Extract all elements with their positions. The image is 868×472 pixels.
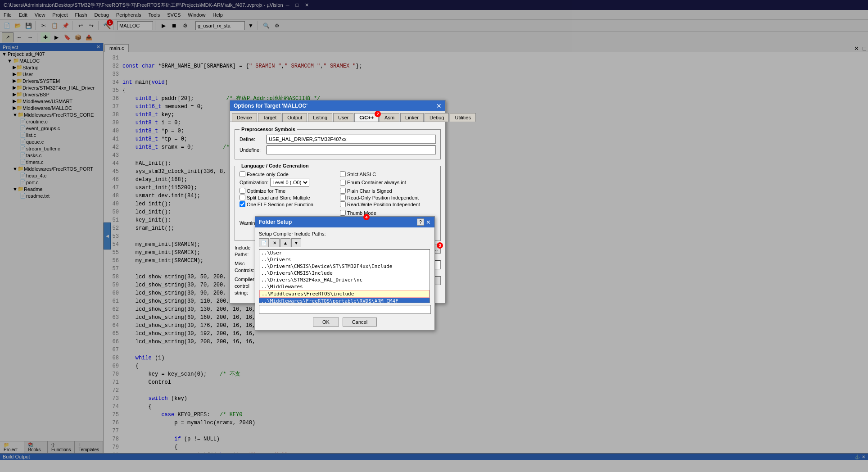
optimization-row: Optimization: Level 0 (-O0)	[240, 178, 335, 187]
folder-up-btn[interactable]: ▲	[280, 238, 290, 247]
undefine-row: Undefine:	[240, 145, 436, 154]
folder-toolbar: 📄 ✕ ▲ ▼	[259, 238, 431, 247]
cb-execute-only-input[interactable]	[240, 171, 245, 177]
folder-new-btn[interactable]: 📄	[259, 238, 269, 247]
tab-user[interactable]: User	[333, 113, 353, 122]
folder-item-cmsis-device[interactable]: ..\Drivers\CMSIS\Device\ST\STM32F4xx\Inc…	[259, 263, 429, 270]
cb-enum-container[interactable]: Enum Container always int	[340, 178, 436, 187]
opt-label: Optimization:	[240, 180, 268, 185]
folder-setup-label: Setup Compiler Include Paths:	[259, 231, 431, 236]
folder-close-btn[interactable]: ✕	[426, 218, 431, 226]
folder-setup-dialog: Folder Setup ? ✕ Setup Compiler Include …	[255, 216, 435, 331]
folder-item-freertos-port[interactable]: ..\Middlewares\FreeRTOS\portable\RVDS\AR…	[259, 298, 429, 303]
folder-item-drivers[interactable]: ..\Drivers	[259, 256, 429, 263]
folder-ok-btn[interactable]: OK	[313, 318, 339, 327]
folder-dialog-title: Folder Setup ? ✕	[255, 217, 434, 227]
checkboxes-grid: Execute-only Code Strict ANSI C Optimiza…	[240, 171, 436, 207]
cb-readonly-input[interactable]	[340, 195, 346, 200]
folder-item-cmsis-inc[interactable]: ..\Drivers\CMSIS\Include	[259, 270, 429, 277]
optimization-select[interactable]: Level 0 (-O0)	[270, 178, 309, 187]
badge-4: 4	[363, 214, 370, 220]
cb-readonly-pos[interactable]: Read-Only Position Independent	[340, 195, 436, 200]
folder-item-freertos-include[interactable]: ..\Middlewares\FreeRTOS\include	[259, 290, 429, 298]
cb-thumb-input[interactable]	[340, 210, 346, 216]
options-title-text: Options for Target 'MALLOC'	[234, 103, 307, 109]
folder-item-middlewares[interactable]: ..\Middlewares	[259, 283, 429, 290]
folder-cancel-btn[interactable]: Cancel	[343, 318, 377, 327]
cb-readwrite-pos[interactable]: Read-Write Position Independent	[340, 201, 436, 207]
cb-rw-input[interactable]	[340, 201, 346, 207]
undefine-input[interactable]	[267, 145, 436, 154]
cb-plain-char-input[interactable]	[340, 188, 346, 194]
cb-plain-char[interactable]: Plain Char is Signed	[340, 188, 436, 194]
cb-execute-only[interactable]: Execute-only Code	[240, 171, 335, 177]
tab-utilities[interactable]: Utilities	[450, 113, 475, 122]
options-dialog-title: Options for Target 'MALLOC' ✕	[230, 100, 445, 111]
tab-device[interactable]: Device	[232, 113, 257, 122]
undefine-label: Undefine:	[240, 147, 267, 153]
cb-split-load[interactable]: Split Load and Store Multiple	[240, 195, 335, 200]
cb-opt-time-input[interactable]	[240, 188, 245, 194]
tab-target[interactable]: Target	[258, 113, 282, 122]
define-input[interactable]	[267, 135, 436, 144]
tab-asm[interactable]: Asm	[380, 113, 399, 122]
tab-debug-dlg[interactable]: Debug	[425, 113, 449, 122]
define-label: Define:	[240, 136, 267, 142]
folder-help-btn[interactable]: ?	[417, 218, 424, 226]
folder-delete-btn[interactable]: ✕	[270, 238, 280, 247]
folder-edit-row	[259, 305, 431, 314]
folder-dialog-body: Setup Compiler Include Paths: 📄 ✕ ▲ ▼ ..…	[255, 227, 434, 330]
define-row: Define:	[240, 135, 436, 144]
cb-thumb[interactable]: Thumb Mode	[340, 210, 436, 216]
language-legend: Language / Code Generation	[240, 163, 311, 168]
cb-split-load-input[interactable]	[240, 195, 245, 200]
badge-2: 2	[375, 111, 381, 117]
options-dialog-tabs: Device Target Output Listing User C/C++ …	[230, 111, 445, 122]
tab-listing[interactable]: Listing	[308, 113, 332, 122]
folder-item-hal-nc[interactable]: ..\Drivers\STM32F4xx_HAL_Driver\nc	[259, 277, 429, 283]
folder-title-text: Folder Setup	[259, 219, 292, 225]
preprocessor-group: Preprocessor Symbols Define: Undefine:	[235, 127, 441, 159]
folder-item-user[interactable]: ..\User	[259, 250, 429, 256]
cb-strict-ansi-input[interactable]	[340, 171, 346, 177]
folder-list[interactable]: ..\User ..\Drivers ..\Drivers\CMSIS\Devi…	[259, 249, 430, 303]
cb-strict-ansi[interactable]: Strict ANSI C	[340, 171, 436, 177]
folder-down-btn[interactable]: ▼	[291, 238, 301, 247]
tab-cc[interactable]: C/C++ 2	[354, 113, 379, 122]
folder-buttons: OK Cancel	[259, 318, 431, 327]
badge-3: 3	[437, 242, 443, 249]
cb-one-elf-input[interactable]	[240, 201, 245, 207]
options-close-btn[interactable]: ✕	[436, 102, 442, 109]
tab-linker-dlg[interactable]: Linker	[400, 113, 424, 122]
cb-enum-input[interactable]	[340, 180, 346, 186]
cb-one-elf[interactable]: One ELF Section per Function	[240, 201, 335, 207]
tab-output[interactable]: Output	[282, 113, 307, 122]
folder-edit-input[interactable]	[259, 305, 431, 314]
cb-optimize-time[interactable]: Optimize for Time	[240, 188, 335, 194]
folder-title-controls: ? ✕	[417, 218, 431, 226]
preprocessor-legend: Preprocessor Symbols	[240, 127, 297, 132]
